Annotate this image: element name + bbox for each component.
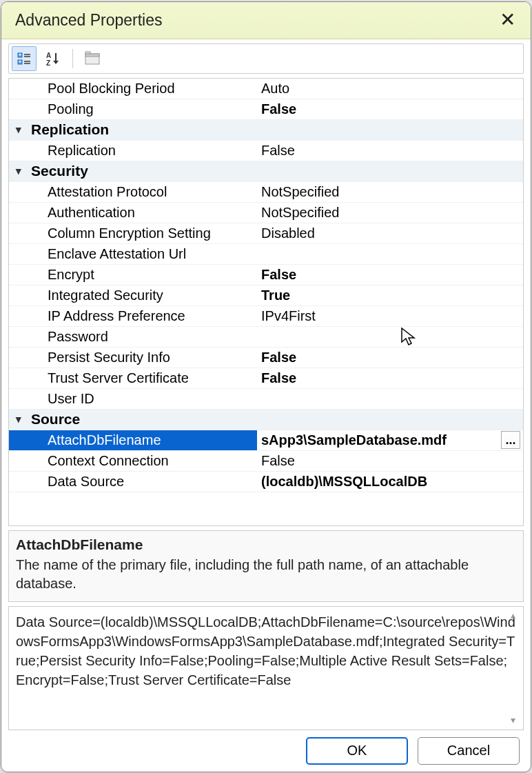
property-name: Data Source <box>28 474 256 490</box>
dialog-content: + + A Z <box>1 39 531 772</box>
description-title: AttachDbFilename <box>16 536 516 553</box>
property-value[interactable]: NotSpecified <box>257 205 523 221</box>
description-panel: AttachDbFilename The name of the primary… <box>8 530 524 602</box>
property-row[interactable]: PoolingFalse <box>9 99 523 120</box>
cancel-button[interactable]: Cancel <box>418 737 520 765</box>
scroll-down-icon[interactable]: ▾ <box>508 716 518 725</box>
property-name: Column Encryption Setting <box>28 225 256 241</box>
property-name: Replication <box>28 143 256 159</box>
property-value[interactable]: IPv4First <box>257 308 523 324</box>
property-row[interactable]: ReplicationFalse <box>9 141 523 161</box>
property-row[interactable]: Persist Security InfoFalse <box>9 348 523 368</box>
property-grid-container: Pool Blocking PeriodAutoPoolingFalse▾Rep… <box>8 78 524 526</box>
property-name: User ID <box>28 391 256 407</box>
description-body: The name of the primary file, including … <box>16 556 516 593</box>
property-grid-toolbar: + + A Z <box>8 43 524 74</box>
property-row[interactable]: Attestation ProtocolNotSpecified <box>9 182 523 203</box>
property-name: Source <box>28 411 256 428</box>
property-value[interactable]: sApp3\SampleDatabase.mdf... <box>257 431 523 449</box>
property-name: Security <box>28 163 256 179</box>
connection-string-text: Data Source=(localdb)\MSSQLLocalDB;Attac… <box>16 614 515 687</box>
svg-text:+: + <box>19 59 21 64</box>
property-name: Integrated Security <box>28 288 256 303</box>
property-name: AttachDbFilename <box>28 432 256 448</box>
property-row[interactable]: Enclave Attestation Url <box>9 244 523 265</box>
property-value[interactable]: False <box>257 453 523 469</box>
categorized-icon: + + <box>17 51 32 66</box>
property-name: Trust Server Certificate <box>28 370 256 386</box>
property-value[interactable]: Auto <box>257 81 523 97</box>
property-name: Attestation Protocol <box>28 184 256 200</box>
property-pages-button[interactable] <box>80 46 105 71</box>
property-pages-icon <box>84 51 101 66</box>
close-button[interactable]: ✕ <box>494 9 521 31</box>
property-name: Replication <box>28 121 256 138</box>
property-name: Pooling <box>28 101 256 117</box>
svg-text:Z: Z <box>46 59 50 66</box>
property-row[interactable]: Context ConnectionFalse <box>9 451 523 472</box>
property-name: Authentication <box>28 205 256 221</box>
property-grid[interactable]: Pool Blocking PeriodAutoPoolingFalse▾Rep… <box>9 79 523 525</box>
property-value[interactable]: False <box>257 370 523 386</box>
chevron-down-icon[interactable]: ▾ <box>9 413 28 425</box>
dialog-button-row: OK Cancel <box>8 734 524 765</box>
sort-az-icon: A Z <box>45 51 61 66</box>
chevron-down-icon[interactable]: ▾ <box>9 123 28 136</box>
svg-text:+: + <box>19 52 21 57</box>
property-row[interactable]: AuthenticationNotSpecified <box>9 203 523 223</box>
property-value[interactable]: False <box>257 350 523 365</box>
property-name: Pool Blocking Period <box>28 81 256 97</box>
advanced-properties-dialog: Advanced Properties ✕ + + A Z <box>1 1 531 772</box>
property-row[interactable]: Password <box>9 327 523 348</box>
property-row[interactable]: User ID <box>9 389 523 410</box>
property-row[interactable]: Pool Blocking PeriodAuto <box>9 79 523 99</box>
category-row[interactable]: ▾Source <box>9 410 523 430</box>
ok-button[interactable]: OK <box>306 737 408 765</box>
property-value[interactable]: NotSpecified <box>257 184 523 200</box>
property-row[interactable]: Integrated SecurityTrue <box>9 285 523 306</box>
property-name: Persist Security Info <box>28 350 256 365</box>
property-row[interactable]: Trust Server CertificateFalse <box>9 368 523 389</box>
property-value[interactable]: True <box>257 288 523 303</box>
alphabetical-button[interactable]: A Z <box>41 46 65 71</box>
property-row[interactable]: IP Address PreferenceIPv4First <box>9 306 523 327</box>
chevron-down-icon[interactable]: ▾ <box>9 165 28 177</box>
property-value[interactable]: (localdb)\MSSQLLocalDB <box>257 474 523 490</box>
property-row[interactable]: Data Source(localdb)\MSSQLLocalDB <box>9 472 523 492</box>
property-row[interactable]: Column Encryption SettingDisabled <box>9 223 523 244</box>
property-name: IP Address Preference <box>28 308 256 324</box>
svg-rect-12 <box>85 54 99 57</box>
dialog-title: Advanced Properties <box>15 11 163 30</box>
property-name: Context Connection <box>28 453 256 469</box>
property-row[interactable]: AttachDbFilenamesApp3\SampleDatabase.mdf… <box>9 430 523 451</box>
scroll-up-icon[interactable]: ▴ <box>508 611 518 621</box>
property-value[interactable]: False <box>257 143 523 159</box>
category-row[interactable]: ▾Security <box>9 161 523 182</box>
property-value[interactable]: Disabled <box>257 225 523 241</box>
svg-rect-13 <box>85 52 90 54</box>
property-value[interactable]: False <box>257 101 523 117</box>
toolbar-separator <box>72 49 73 68</box>
titlebar: Advanced Properties ✕ <box>1 2 531 39</box>
connection-string-panel[interactable]: Data Source=(localdb)\MSSQLLocalDB;Attac… <box>8 606 524 730</box>
property-name: Enclave Attestation Url <box>28 246 256 262</box>
property-value[interactable]: False <box>257 267 523 283</box>
categorized-button[interactable]: + + <box>12 46 37 71</box>
svg-text:A: A <box>46 52 51 59</box>
property-name: Password <box>28 329 256 345</box>
property-name: Encrypt <box>28 267 256 283</box>
category-row[interactable]: ▾Replication <box>9 120 523 141</box>
ellipsis-button[interactable]: ... <box>501 431 520 449</box>
property-row[interactable]: EncryptFalse <box>9 265 523 285</box>
